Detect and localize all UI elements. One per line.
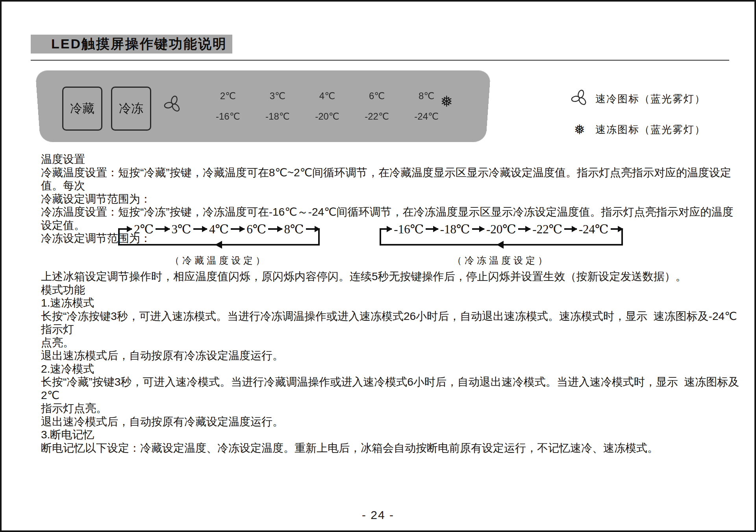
led-control-panel: 冷藏 冷冻 2℃ -16℃ 3℃ -18℃ <box>38 71 488 142</box>
right-arrow <box>268 228 282 230</box>
fridge-button[interactable]: 冷藏 <box>62 87 102 131</box>
fridge-button-label: 冷藏 <box>70 100 94 117</box>
freezer-temp-label: -22℃ <box>365 111 389 122</box>
cycle-temp: 4℃ <box>207 222 231 236</box>
temp-indicator-col: 3℃ -18℃ <box>265 91 290 122</box>
text-line: 点亮。 <box>41 336 743 349</box>
temperature-indicators: 2℃ -16℃ 3℃ -18℃ 4℃ -20℃ 6℃ -22℃ 8℃ -24℃ <box>216 91 439 122</box>
right-arrow <box>156 228 169 230</box>
icon-legend: 速冷图标（蓝光雾灯） ❅ 速冻图标（蓝光雾灯） <box>569 87 743 149</box>
cycle-row: -16℃ -18℃ -20℃ -22℃ -24℃ <box>380 220 623 238</box>
fridge-temp-label: 6℃ <box>365 91 389 102</box>
loop-back-arrow <box>497 241 504 249</box>
fridge-temp-label: 3℃ <box>265 91 290 102</box>
fridge-temp-label: 2℃ <box>216 91 240 102</box>
cycle-temp: 8℃ <box>282 222 306 236</box>
legend-row-quick-freeze: ❅ 速冻图标（蓝光雾灯） <box>569 118 743 141</box>
cycle-temp: 3℃ <box>170 222 193 236</box>
page-title: LED触摸屏操作键功能说明 <box>51 35 227 53</box>
text-line: 断电记忆以下设定：冷藏设定温度、冷冻设定温度。重新上电后，冰箱会自动按断电前原有… <box>41 441 743 455</box>
freezer-temp-label: -24℃ <box>414 111 439 122</box>
fan-icon <box>164 95 182 113</box>
right-arrow <box>518 228 530 230</box>
cycle-temp: -16℃ <box>392 222 426 236</box>
freezer-temp-cycle-diagram: -16℃ -18℃ -20℃ -22℃ -24℃ （冷冻温度设定） <box>380 220 623 267</box>
freezer-temp-label: -18℃ <box>265 111 290 122</box>
fan-icon <box>569 89 590 108</box>
freezer-button[interactable]: 冷冻 <box>111 87 151 131</box>
text-line: 长按“冷藏”按键3秒，可进入速冷模式。当进行冷藏调温操作或进入速冷模式6小时后，… <box>41 375 743 402</box>
right-arrow <box>564 228 576 230</box>
legend-label-quick-cool: 速冷图标（蓝光雾灯） <box>595 92 706 106</box>
cycle-caption: （冷冻温度设定） <box>380 254 623 267</box>
text-line: 退出速冷模式后，自动按原有冷藏设定温度运行。 <box>41 415 743 429</box>
mode-function-paragraph: 上述冰箱设定调节操作时，相应温度值闪烁，原闪烁内容停闪。连续5秒无按键操作后，停… <box>41 270 743 454</box>
right-arrow <box>380 228 392 230</box>
page-number: - 24 - <box>2 508 754 522</box>
text-line: 长按“冷冻按键3秒，可进入速冻模式。当进行冷冻调温操作或进入速冻模式26小时后，… <box>41 310 743 336</box>
cycle-temp: -18℃ <box>438 222 472 236</box>
text-line: 3.断电记忆 <box>41 428 743 441</box>
cycle-temp: -22℃ <box>530 222 564 236</box>
freezer-temp-label: -16℃ <box>216 111 240 122</box>
snowflake-icon: ❅ <box>436 90 457 113</box>
section-title-bar: LED触摸屏操作键功能说明 <box>31 35 232 54</box>
right-arrow <box>611 228 623 230</box>
text-line: 退出速冻模式后，自动按原有冷冻设定温度运行。 <box>41 349 743 362</box>
freezer-button-label: 冷冻 <box>119 100 143 117</box>
snowflake-icon: ❅ <box>569 119 590 140</box>
legend-label-quick-freeze: 速冻图标（蓝光雾灯） <box>595 123 706 137</box>
right-arrow <box>193 228 207 230</box>
fridge-temp-label: 4℃ <box>315 91 339 102</box>
right-arrow <box>306 228 320 230</box>
temp-indicator-col: 2℃ -16℃ <box>216 91 240 122</box>
legend-row-quick-cool: 速冷图标（蓝光雾灯） <box>569 87 743 110</box>
cycle-temp: 6℃ <box>245 222 268 236</box>
text-line: 2.速冷模式 <box>41 362 743 376</box>
text-line: 1.速冻模式 <box>41 296 743 310</box>
temp-indicator-col: 8℃ -24℃ <box>414 91 439 122</box>
text-line: 上述冰箱设定调节操作时，相应温度值闪烁，原闪烁内容停闪。连续5秒无按键操作后，停… <box>41 270 743 283</box>
right-arrow <box>118 228 132 230</box>
temp-indicator-col: 6℃ -22℃ <box>365 91 389 122</box>
cycle-row: 2℃ 3℃ 4℃ 6℃ 8℃ <box>118 220 320 238</box>
right-arrow <box>472 228 484 230</box>
temp-indicator-col: 4℃ -20℃ <box>315 91 339 122</box>
cycle-caption: （冷藏温度设定） <box>118 254 320 267</box>
text-line: 指示灯点亮。 <box>41 402 743 415</box>
text-line: 温度设置 <box>41 153 743 166</box>
cycle-temp: -20℃ <box>484 222 518 236</box>
fridge-temp-label: 8℃ <box>414 91 439 102</box>
text-line: 冷藏温度设置：短按“冷藏”按键，冷藏温度可在8℃~2℃间循环调节，在冷藏温度显示… <box>41 166 743 192</box>
freezer-temp-label: -20℃ <box>315 111 339 122</box>
right-arrow <box>231 228 245 230</box>
text-line: 冷藏设定调节范围为： <box>41 192 743 206</box>
title-underline <box>31 60 729 61</box>
loop-back-arrow <box>215 241 222 249</box>
right-arrow <box>426 228 438 230</box>
cycle-temp: 2℃ <box>132 222 156 236</box>
fridge-temp-cycle-diagram: 2℃ 3℃ 4℃ 6℃ 8℃ （冷藏温度设定） <box>118 220 320 267</box>
manual-page: LED触摸屏操作键功能说明 冷藏 冷冻 2℃ -16℃ <box>0 0 756 532</box>
text-line: 模式功能 <box>41 283 743 297</box>
cycle-temp: -24℃ <box>577 222 611 236</box>
